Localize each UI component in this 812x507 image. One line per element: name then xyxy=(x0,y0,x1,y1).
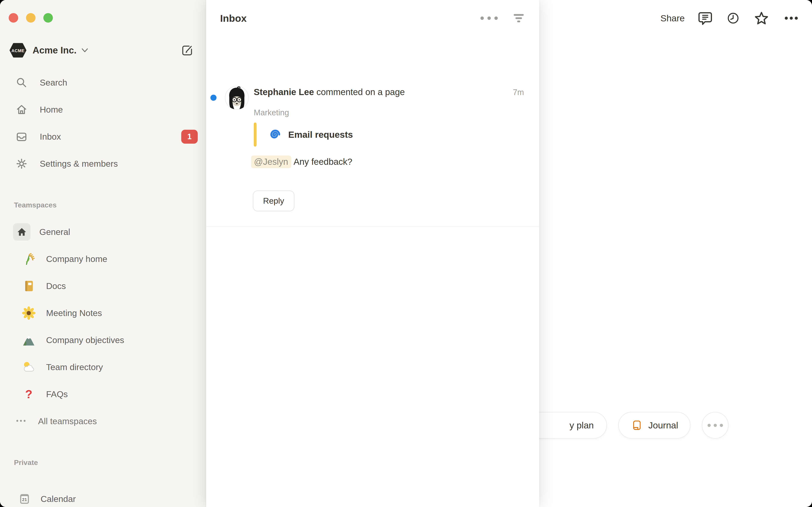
ledger-icon xyxy=(21,278,36,294)
sidebar-item-search[interactable]: Search xyxy=(0,69,206,96)
sidebar-item-label: Home xyxy=(40,105,63,115)
reply-button[interactable]: Reply xyxy=(253,190,294,211)
cyclone-icon xyxy=(266,126,282,143)
sidebar-item-all-teamspaces[interactable]: All teamspaces xyxy=(0,408,206,435)
sidebar-item-meeting-notes[interactable]: Meeting Notes xyxy=(0,299,206,327)
mountain-icon xyxy=(21,333,36,348)
rice-plant-icon xyxy=(21,251,36,267)
notification-item[interactable]: Stephanie Lee commented on a page 7m Mar… xyxy=(206,38,539,188)
sidebar-item-settings[interactable]: Settings & members xyxy=(0,150,206,177)
notification-action: commented on a page xyxy=(314,87,405,97)
journal-chip-label: Journal xyxy=(648,420,678,431)
acme-logo: ACME xyxy=(9,41,27,59)
sidebar-item-label: General xyxy=(39,227,70,237)
sidebar-item-company-objectives[interactable]: Company objectives xyxy=(0,327,206,354)
teamspaces-section-header: Teamspaces xyxy=(0,191,206,218)
history-clock-icon[interactable] xyxy=(726,11,741,25)
dot xyxy=(714,424,717,427)
comment-text: @Jeslyn Any feedback? xyxy=(251,156,352,168)
inbox-unread-badge: 1 xyxy=(181,130,198,144)
sun-cloud-icon xyxy=(21,359,36,375)
search-icon xyxy=(15,76,28,89)
new-page-compose-icon[interactable] xyxy=(181,43,194,57)
sidebar-item-label: Settings & members xyxy=(40,159,118,169)
sidebar-item-team-directory[interactable]: Team directory xyxy=(0,354,206,381)
home-icon xyxy=(15,103,28,116)
avatar xyxy=(225,86,249,110)
sidebar-item-label: Company home xyxy=(46,254,107,264)
unread-indicator-dot xyxy=(210,95,216,101)
ellipsis-icon xyxy=(15,415,27,428)
sidebar-item-label: FAQs xyxy=(46,389,68,399)
notification-workspace: Marketing xyxy=(254,108,289,117)
inbox-panel-title: Inbox xyxy=(220,12,247,24)
inbox-more-options-icon[interactable] xyxy=(480,16,498,20)
journal-book-icon xyxy=(630,419,643,431)
sidebar-item-docs[interactable]: Docs xyxy=(0,273,206,299)
referenced-page-title: Email requests xyxy=(288,129,353,140)
sidebar-item-label: All teamspaces xyxy=(38,416,97,426)
sidebar-item-calendar[interactable]: 21 Calendar xyxy=(0,486,206,507)
svg-text:ACME: ACME xyxy=(11,48,24,53)
sidebar-item-inbox[interactable]: Inbox 1 xyxy=(0,123,206,150)
sidebar-item-label: Docs xyxy=(46,281,66,291)
sidebar-item-label: Calendar xyxy=(41,494,76,504)
workspace-switcher[interactable]: ACME Acme Inc. xyxy=(9,39,194,62)
comment-body: Any feedback? xyxy=(291,157,353,167)
sidebar-item-company-home[interactable]: Company home xyxy=(0,245,206,273)
app-window: Share xyxy=(0,0,812,507)
house-icon xyxy=(13,223,31,241)
private-section-header: Private xyxy=(0,449,206,476)
sidebar-item-label: Meeting Notes xyxy=(46,308,102,318)
topbar: Share xyxy=(660,8,800,28)
notification-timestamp: 7m xyxy=(513,88,524,97)
question-icon: ? xyxy=(21,387,36,402)
inbox-panel: Inbox xyxy=(206,0,539,507)
notification-title-row: Stephanie Lee commented on a page 7m xyxy=(254,87,524,97)
chevron-down-icon xyxy=(81,48,88,53)
dot xyxy=(708,424,711,427)
journal-chip[interactable]: Journal xyxy=(618,412,691,439)
sidebar-item-general[interactable]: General xyxy=(0,218,206,245)
dot xyxy=(720,424,723,427)
sidebar-item-faqs[interactable]: ? FAQs xyxy=(0,381,206,408)
template-chips: y plan Journal xyxy=(518,412,728,439)
minimize-window-button[interactable] xyxy=(26,13,36,22)
close-window-button[interactable] xyxy=(9,13,18,22)
mention-chip[interactable]: @Jeslyn xyxy=(251,156,291,168)
traffic-lights xyxy=(9,13,53,22)
inbox-panel-header: Inbox xyxy=(220,8,526,28)
actor-name: Stephanie Lee xyxy=(254,87,314,97)
sidebar-item-label: Inbox xyxy=(40,132,61,142)
notification-divider xyxy=(206,226,539,227)
workspace-name: Acme Inc. xyxy=(33,45,77,56)
sidebar-nav: Search Home Inbox 1 xyxy=(0,69,206,507)
calendar-icon: 21 xyxy=(17,491,32,507)
favorite-star-icon[interactable] xyxy=(753,9,770,27)
quote-bar xyxy=(254,122,256,147)
sidebar-item-home[interactable]: Home xyxy=(0,96,206,123)
more-templates-button[interactable] xyxy=(702,412,728,439)
sidebar: ACME Acme Inc. Searc xyxy=(0,0,206,507)
referenced-page-block[interactable]: Email requests xyxy=(254,122,353,147)
svg-text:21: 21 xyxy=(22,497,27,502)
zoom-window-button[interactable] xyxy=(43,13,53,22)
comments-icon[interactable] xyxy=(697,10,713,26)
sidebar-item-label: Search xyxy=(40,78,67,88)
sidebar-item-label: Company objectives xyxy=(46,335,124,345)
inbox-icon xyxy=(15,130,28,143)
plan-chip-label: y plan xyxy=(569,420,594,431)
sunflower-icon xyxy=(21,305,36,321)
sidebar-item-label: Team directory xyxy=(46,362,103,372)
gear-icon xyxy=(15,157,28,170)
inbox-filter-icon[interactable] xyxy=(512,11,526,25)
share-button[interactable]: Share xyxy=(660,13,685,23)
more-options-icon[interactable] xyxy=(782,9,800,27)
